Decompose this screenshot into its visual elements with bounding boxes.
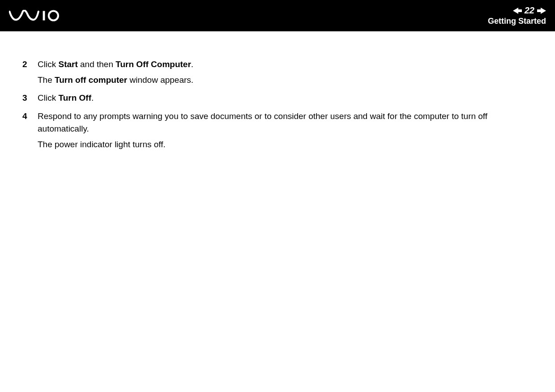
svg-marker-2 [513,8,522,14]
section-title: Getting Started [488,17,546,26]
text-run: Respond to any prompts warning you to sa… [38,111,487,134]
svg-rect-0 [43,11,45,21]
svg-marker-3 [537,8,546,14]
text-run: Click [38,93,58,102]
step-paragraph: Click Turn Off. [38,92,533,105]
prev-page-arrow-icon[interactable] [513,8,522,14]
svg-point-1 [49,11,58,21]
step-paragraph: Respond to any prompts warning you to sa… [38,110,533,136]
step-body: Click Turn Off. [38,92,533,105]
text-run: Start [58,60,77,69]
text-run: Turn Off Computer [115,60,191,69]
step: 2Click Start and then Turn Off Computer.… [22,58,533,86]
header-right: 22 Getting Started [488,5,546,26]
text-run: Turn off computer [55,75,127,85]
text-run: . [191,60,193,69]
vaio-logo [9,10,72,21]
step-body: Click Start and then Turn Off Computer.T… [38,58,533,86]
step-number: 3 [22,92,38,105]
text-run: The power indicator light turns off. [38,140,166,149]
text-run: Click [38,60,58,69]
text-run: and then [78,60,116,69]
step: 4Respond to any prompts warning you to s… [22,110,533,151]
text-run: . [91,93,94,102]
next-page-arrow-icon[interactable] [537,8,546,14]
page-number: 22 [525,5,534,16]
step-paragraph: The power indicator light turns off. [38,138,533,151]
step-number: 4 [22,110,38,123]
text-run: The [38,75,55,85]
text-run: Turn Off [58,93,91,102]
step-body: Respond to any prompts warning you to sa… [38,110,533,151]
page-header: 22 Getting Started [0,0,555,31]
step-number: 2 [22,58,38,71]
page-nav: 22 [513,5,546,16]
text-run: window appears. [127,75,193,85]
page-content: 2Click Start and then Turn Off Computer.… [0,31,555,151]
step: 3Click Turn Off. [22,92,533,105]
step-paragraph: Click Start and then Turn Off Computer. [38,58,533,71]
step-paragraph: The Turn off computer window appears. [38,74,533,87]
